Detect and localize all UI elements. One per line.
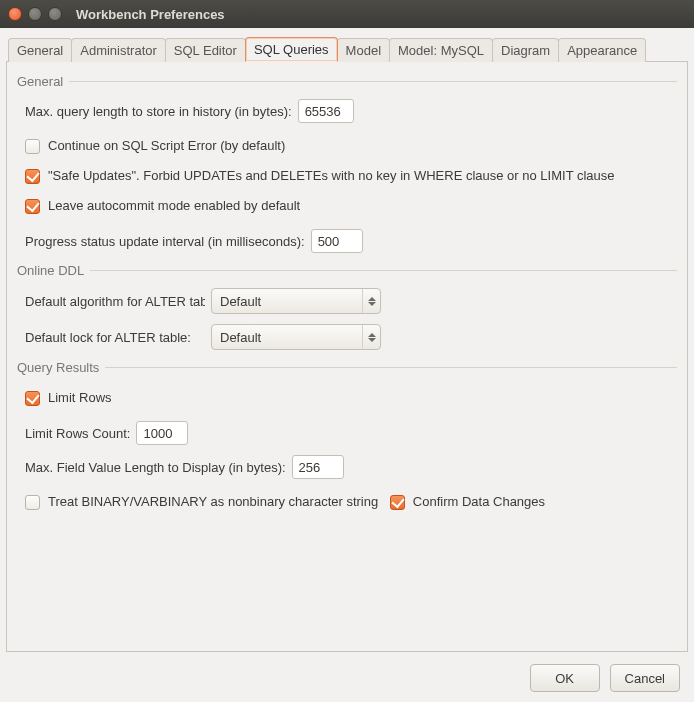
tabstrip: General Administrator SQL Editor SQL Que… xyxy=(6,34,688,62)
checkbox-confirm-data-changes[interactable]: Confirm Data Changes xyxy=(390,493,545,511)
divider xyxy=(105,367,677,368)
divider xyxy=(90,270,677,271)
stepper-icon xyxy=(362,289,376,313)
tab-label: Diagram xyxy=(501,43,550,58)
select-value: Default xyxy=(220,330,356,345)
checkbox-icon xyxy=(25,495,40,510)
tab-label: SQL Queries xyxy=(254,42,329,57)
checkbox-icon xyxy=(25,199,40,214)
dialog-buttons: OK Cancel xyxy=(6,652,688,692)
default-algorithm-select[interactable]: Default xyxy=(211,288,381,314)
tab-label: Administrator xyxy=(80,43,157,58)
checkbox-icon xyxy=(25,169,40,184)
group-title: Query Results xyxy=(17,360,99,375)
group-title: General xyxy=(17,74,63,89)
tab-model-mysql[interactable]: Model: MySQL xyxy=(389,38,493,62)
stepper-icon xyxy=(362,325,376,349)
group-general: General Max. query length to store in hi… xyxy=(17,74,677,253)
default-lock-label: Default lock for ALTER table: xyxy=(25,330,205,345)
max-field-value-input[interactable] xyxy=(292,455,344,479)
default-lock-select[interactable]: Default xyxy=(211,324,381,350)
progress-interval-input[interactable] xyxy=(311,229,363,253)
checkbox-icon xyxy=(25,139,40,154)
titlebar: Workbench Preferences xyxy=(0,0,694,28)
checkbox-safe-updates[interactable]: "Safe Updates". Forbid UPDATEs and DELET… xyxy=(25,167,615,185)
divider xyxy=(69,81,677,82)
cancel-button[interactable]: Cancel xyxy=(610,664,680,692)
close-icon[interactable] xyxy=(8,7,22,21)
group-online-ddl: Online DDL Default algorithm for ALTER t… xyxy=(17,263,677,350)
checkbox-label: Limit Rows xyxy=(48,389,112,407)
max-field-value-label: Max. Field Value Length to Display (in b… xyxy=(25,460,286,475)
checkbox-icon xyxy=(25,391,40,406)
tab-sql-queries[interactable]: SQL Queries xyxy=(245,37,338,62)
maximize-icon[interactable] xyxy=(48,7,62,21)
checkbox-limit-rows[interactable]: Limit Rows xyxy=(25,389,112,407)
group-header: General xyxy=(17,74,677,89)
row-progress-interval: Progress status update interval (in mill… xyxy=(25,229,677,253)
group-title: Online DDL xyxy=(17,263,84,278)
limit-rows-count-input[interactable] xyxy=(136,421,188,445)
row-max-query-length: Max. query length to store in history (i… xyxy=(25,99,677,123)
checkbox-label: Confirm Data Changes xyxy=(413,493,545,511)
tab-appearance[interactable]: Appearance xyxy=(558,38,646,62)
minimize-icon[interactable] xyxy=(28,7,42,21)
row-limit-rows-count: Limit Rows Count: xyxy=(25,421,677,445)
default-algorithm-label: Default algorithm for ALTER table: xyxy=(25,294,205,309)
tab-label: Model xyxy=(346,43,381,58)
checkbox-label: Treat BINARY/VARBINARY as nonbinary char… xyxy=(48,493,378,511)
chevron-down-icon xyxy=(368,338,376,342)
tab-label: Model: MySQL xyxy=(398,43,484,58)
row-max-field-value: Max. Field Value Length to Display (in b… xyxy=(25,455,677,479)
chevron-up-icon xyxy=(368,297,376,301)
checkbox-label: Leave autocommit mode enabled by default xyxy=(48,197,300,215)
tab-content: General Max. query length to store in hi… xyxy=(6,62,688,652)
row-default-lock: Default lock for ALTER table: Default xyxy=(25,324,677,350)
chevron-down-icon xyxy=(368,302,376,306)
checkbox-continue-on-error[interactable]: Continue on SQL Script Error (by default… xyxy=(25,137,285,155)
group-header: Query Results xyxy=(17,360,677,375)
ok-button[interactable]: OK xyxy=(530,664,600,692)
window-controls xyxy=(8,7,62,21)
tab-label: SQL Editor xyxy=(174,43,237,58)
checkbox-treat-binary[interactable]: Treat BINARY/VARBINARY as nonbinary char… xyxy=(25,493,378,511)
tab-model[interactable]: Model xyxy=(337,38,390,62)
tab-diagram[interactable]: Diagram xyxy=(492,38,559,62)
select-value: Default xyxy=(220,294,356,309)
tab-administrator[interactable]: Administrator xyxy=(71,38,166,62)
max-query-length-input[interactable] xyxy=(298,99,354,123)
limit-rows-count-label: Limit Rows Count: xyxy=(25,426,130,441)
window-title: Workbench Preferences xyxy=(76,7,225,22)
max-query-length-label: Max. query length to store in history (i… xyxy=(25,104,292,119)
tab-label: General xyxy=(17,43,63,58)
group-query-results: Query Results Limit Rows Limit Rows Coun… xyxy=(17,360,677,519)
chevron-up-icon xyxy=(368,333,376,337)
checkbox-label: "Safe Updates". Forbid UPDATEs and DELET… xyxy=(48,167,615,185)
checkbox-leave-autocommit[interactable]: Leave autocommit mode enabled by default xyxy=(25,197,300,215)
progress-interval-label: Progress status update interval (in mill… xyxy=(25,234,305,249)
window-body: General Administrator SQL Editor SQL Que… xyxy=(0,28,694,702)
tab-general[interactable]: General xyxy=(8,38,72,62)
tab-sql-editor[interactable]: SQL Editor xyxy=(165,38,246,62)
tab-label: Appearance xyxy=(567,43,637,58)
group-header: Online DDL xyxy=(17,263,677,278)
checkbox-label: Continue on SQL Script Error (by default… xyxy=(48,137,285,155)
row-default-algorithm: Default algorithm for ALTER table: Defau… xyxy=(25,288,677,314)
checkbox-icon xyxy=(390,495,405,510)
